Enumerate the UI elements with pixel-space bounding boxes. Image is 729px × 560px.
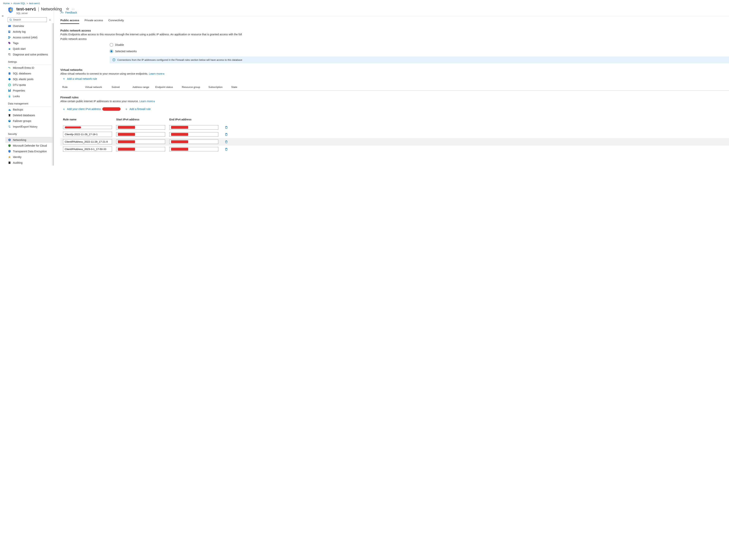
nav-networking[interactable]: Networking (5, 137, 54, 143)
redacted-value (118, 133, 135, 136)
nav-diagnose[interactable]: Diagnose and solve problems (5, 52, 54, 57)
identity-icon (8, 156, 11, 159)
nav-auditing[interactable]: Auditing (5, 160, 54, 166)
rule-name-input[interactable] (63, 147, 112, 152)
firewall-rule-row (60, 124, 729, 131)
start-ip-input[interactable] (116, 147, 165, 151)
dtu-icon (8, 83, 11, 86)
nav-label: Networking (13, 138, 26, 141)
end-ip-input[interactable] (169, 125, 218, 130)
radio-icon (110, 50, 113, 53)
end-ip-input[interactable] (169, 132, 218, 137)
svg-rect-19 (10, 89, 11, 92)
start-ip-input[interactable] (116, 125, 165, 130)
radio-disable[interactable]: Disable (110, 42, 729, 48)
section-public-access-heading: Public network access (60, 29, 729, 32)
svg-point-9 (10, 37, 11, 38)
expand-nav-icon[interactable]: » (0, 6, 5, 18)
svg-rect-26 (9, 162, 10, 164)
nav-properties[interactable]: Properties (5, 88, 54, 93)
rule-name-input[interactable] (63, 126, 112, 129)
firewall-learn-more-link[interactable]: Learn more⧉ (139, 100, 155, 103)
start-ip-input[interactable] (116, 132, 165, 137)
nav-backups[interactable]: Backups (5, 107, 54, 112)
nav-overview[interactable]: Overview (5, 23, 54, 29)
delete-rule-icon[interactable] (225, 126, 228, 129)
feedback-link[interactable]: Feedback (60, 6, 729, 16)
resource-type: SQL server (16, 12, 75, 15)
svg-rect-10 (9, 49, 10, 50)
search-input[interactable]: Search (8, 17, 47, 22)
more-ellipsis-icon[interactable]: ··· (72, 7, 75, 10)
nav-label: SQL elastic pools (13, 78, 33, 81)
nav-sqldb[interactable]: SQL databases (5, 71, 54, 76)
col-resource-group[interactable]: Resource group (182, 86, 209, 88)
end-ip-input[interactable] (169, 147, 218, 151)
rule-name-input[interactable] (63, 139, 112, 144)
nav-locks[interactable]: Locks (5, 93, 54, 99)
external-link-icon: ⧉ (153, 100, 155, 103)
redacted-ip (102, 107, 121, 111)
nav-activity-log[interactable]: Activity log (5, 29, 54, 35)
nav-entra[interactable]: Microsoft Entra ID (5, 65, 54, 71)
end-ip-input[interactable] (169, 140, 218, 144)
svg-point-8 (8, 36, 9, 37)
nav-import-export[interactable]: Import/Export history (5, 124, 54, 130)
plus-icon: ＋ (62, 107, 66, 111)
breadcrumb-sep: > (27, 2, 28, 5)
tab-private-access[interactable]: Private access (85, 19, 103, 24)
nav-label: Quick start (13, 47, 26, 50)
vnet-learn-more-link[interactable]: Learn more⧉ (149, 72, 164, 75)
breadcrumb-server[interactable]: test-serv1 (29, 2, 40, 5)
nav-elastic[interactable]: SQL elastic pools (5, 76, 54, 82)
firewall-rule-row (60, 131, 729, 138)
radio-selected-networks[interactable]: Selected networks (110, 48, 729, 54)
nav-tags[interactable]: Tags (5, 40, 54, 46)
col-virtual-network[interactable]: Virtual network (85, 86, 112, 88)
start-ip-input[interactable] (116, 140, 165, 144)
svg-rect-7 (9, 32, 10, 32)
nav-label: Properties (13, 89, 25, 92)
breadcrumb-home[interactable]: Home (3, 2, 10, 5)
nav-deleted[interactable]: Deleted databases (5, 112, 54, 118)
rule-name-input[interactable] (63, 132, 112, 137)
locks-icon (8, 95, 11, 98)
nav-access-control[interactable]: Access control (IAM) (5, 35, 54, 40)
nav-tde[interactable]: Transparent Data Encryption (5, 148, 54, 154)
delete-rule-icon[interactable] (225, 133, 228, 136)
add-client-ip[interactable]: ＋ Add your client IPv4 address (62, 105, 121, 113)
favorite-star-icon[interactable] (66, 7, 69, 10)
add-firewall-rule-label: Add a firewall rule (130, 107, 151, 111)
nav-failover[interactable]: Failover groups (5, 118, 54, 124)
redacted-value (118, 140, 135, 143)
nav-defender[interactable]: Microsoft Defender for Cloud (5, 143, 54, 148)
nav-quick-start[interactable]: Quick start (5, 46, 54, 52)
delete-rule-icon[interactable] (225, 140, 228, 144)
col-address-range[interactable]: Address range (133, 86, 155, 88)
collapse-sidebar-icon[interactable]: « (48, 18, 51, 21)
tab-connectivity[interactable]: Connectivity (108, 19, 124, 24)
defender-icon (8, 144, 11, 147)
svg-marker-25 (8, 156, 11, 158)
nav-identity[interactable]: Identity (5, 154, 54, 160)
svg-marker-15 (8, 78, 11, 81)
col-subscription[interactable]: Subscription (209, 86, 231, 88)
add-firewall-rule[interactable]: ＋ Add a firewall rule (125, 106, 151, 113)
col-subnet[interactable]: Subnet (112, 86, 133, 88)
plus-icon: ＋ (125, 107, 128, 111)
nav-dtu[interactable]: DTU quota (5, 82, 54, 88)
elastic-pool-icon (8, 78, 11, 81)
radio-label: Selected networks (115, 50, 137, 53)
tab-public-access[interactable]: Public access (60, 19, 79, 24)
sqldb-icon (8, 72, 11, 75)
col-rule[interactable]: Rule (62, 86, 85, 88)
delete-rule-icon[interactable] (225, 148, 228, 151)
col-endpoint-status[interactable]: Endpoint status (155, 86, 182, 88)
breadcrumb-azure-sql[interactable]: Azure SQL (13, 2, 25, 5)
public-access-sublabel: Public network access (60, 37, 729, 40)
col-state[interactable]: State (231, 86, 247, 88)
redacted-value (171, 148, 188, 151)
add-vnet-rule[interactable]: ＋ Add a virtual network rule (60, 75, 97, 82)
svg-rect-0 (10, 9, 12, 11)
svg-rect-17 (8, 89, 9, 92)
